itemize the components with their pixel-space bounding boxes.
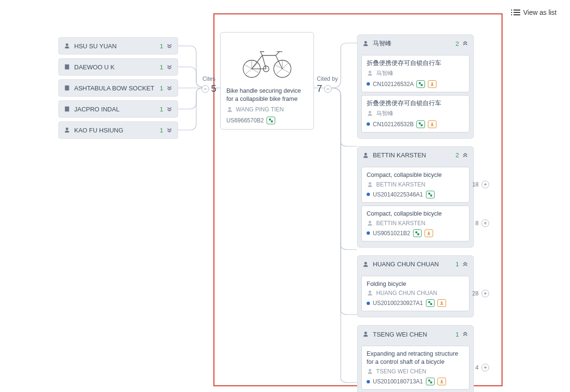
view-as-list-button[interactable]: View as list [514, 9, 557, 16]
building-icon [64, 64, 70, 70]
group-count: 1 [456, 331, 459, 338]
focus-patent-card[interactable]: Bike handle securing device for a collap… [220, 32, 314, 130]
patent-card[interactable]: Folding bicycle HUANG CHUN CHUAN US20100… [361, 276, 469, 312]
cites-group[interactable]: KAO FU HSIUNG 1 [58, 121, 178, 139]
expand-group-button[interactable] [166, 106, 173, 112]
expand-group-button[interactable] [166, 127, 173, 133]
cited-by-group: HUANG CHUN CHUAN 1 Folding bicycle HUANG… [357, 255, 474, 318]
download-badge-icon[interactable] [428, 120, 436, 128]
cited-by-count: 7 [317, 83, 322, 94]
patent-inventor: BETTIN KARSTEN [367, 220, 464, 227]
group-count: 1 [456, 261, 459, 268]
patent-pubnumber: US20100180713A1 [373, 378, 423, 385]
family-badge-icon[interactable] [413, 229, 422, 237]
patent-pubnumber: CN102126532A [373, 81, 414, 87]
list-icon [514, 10, 520, 15]
patent-pubnumber: CN102126532B [373, 121, 414, 128]
cites-group[interactable]: ASHTABULA BOW SOCKET 1 [58, 79, 178, 97]
person-icon [367, 110, 373, 117]
chevron-down-icon [166, 64, 173, 70]
cites-group[interactable]: JACPRO INDAL 1 [58, 100, 178, 118]
family-badge-icon[interactable] [426, 191, 435, 198]
forward-citations: 18 + [472, 181, 489, 188]
cites-label: Cites [201, 76, 216, 82]
expand-forward-citations-button[interactable]: + [481, 290, 489, 297]
expand-group-button[interactable] [166, 64, 173, 70]
download-badge-icon[interactable] [428, 80, 436, 88]
patent-title: 折叠便携便存可自锁自行车 [367, 99, 464, 108]
group-count: 1 [160, 127, 163, 134]
status-dot-icon [367, 82, 370, 86]
view-as-list-label: View as list [523, 9, 557, 16]
download-badge-icon[interactable] [425, 229, 433, 237]
group-header[interactable]: 马智峰 2 [358, 35, 473, 52]
chevron-down-icon [166, 43, 173, 49]
status-dot-icon [367, 380, 370, 383]
person-icon [362, 331, 369, 338]
patent-title: Expanding and retracting structure for a… [367, 350, 464, 366]
patent-inventor: BETTIN KARSTEN [367, 181, 464, 188]
family-badge-icon[interactable] [267, 117, 275, 124]
cites-group[interactable]: DAEWOO U K 1 [58, 58, 178, 76]
forward-citations: 8 + [475, 219, 489, 227]
expand-group-button[interactable] [166, 43, 173, 49]
family-badge-icon[interactable] [416, 80, 425, 88]
patent-pubnumber: US20100230927A1 [373, 300, 423, 306]
collapse-group-button[interactable] [462, 331, 469, 338]
patent-inventor: TSENG WEI CHEN [367, 368, 464, 375]
group-count: 1 [160, 85, 163, 92]
patent-card[interactable]: Compact, collapsible bicycle BETTIN KARS… [361, 167, 469, 203]
expand-forward-citations-button[interactable]: + [481, 364, 489, 371]
group-header[interactable]: TSENG WEI CHEN 1 [358, 326, 473, 343]
chevron-down-icon [166, 127, 173, 133]
patent-pubnumber: US9051021B2 [373, 230, 410, 237]
expand-forward-citations-button[interactable]: + [481, 181, 489, 188]
status-dot-icon [367, 231, 370, 235]
cites-column: HSU SU YUAN 1 DAEWOO U K 1 ASHTABULA BOW… [58, 37, 178, 142]
collapse-cites-button[interactable]: − [201, 85, 209, 93]
person-icon [367, 181, 373, 188]
person-icon [367, 70, 373, 76]
patent-title: Folding bicycle [367, 280, 464, 288]
collapse-cited-by-button[interactable]: − [324, 85, 332, 93]
family-badge-icon[interactable] [426, 299, 435, 307]
person-icon [362, 261, 369, 268]
collapse-group-button[interactable] [462, 40, 469, 47]
group-header[interactable]: BETTIN KARSTEN 2 [358, 147, 473, 164]
patent-card[interactable]: Compact, collapsible bicycle BETTIN KARS… [361, 206, 469, 241]
patent-pubnumber-row: CN102126532A [367, 80, 464, 88]
group-name: ASHTABULA BOW SOCKET [74, 85, 154, 92]
patent-card[interactable]: 折叠便携便存可自锁自行车 马智峰 CN102126532B [361, 95, 469, 132]
group-name: TSENG WEI CHEN [373, 331, 427, 338]
focus-patent-inventor: WANG PING TIEN [226, 106, 308, 113]
family-badge-icon[interactable] [416, 120, 425, 128]
expand-forward-citations-button[interactable]: + [481, 219, 489, 227]
group-name: KAO FU HSIUNG [74, 127, 123, 134]
group-header[interactable]: HUANG CHUN CHUAN 1 [358, 256, 473, 273]
patent-card[interactable]: Expanding and retracting structure for a… [361, 346, 469, 390]
download-badge-icon[interactable] [437, 378, 446, 385]
cited-by-group: 马智峰 2 折叠便携便存可自锁自行车 马智峰 CN102126532A [357, 34, 474, 139]
group-name: JACPRO INDAL [74, 106, 120, 113]
collapse-group-button[interactable] [462, 152, 469, 159]
focus-patent-pubnumber: US6966570B2 [226, 117, 264, 124]
status-dot-icon [367, 193, 370, 196]
patent-title: 折叠便携便存可自锁自行车 [367, 59, 464, 67]
download-badge-icon[interactable] [437, 299, 446, 307]
expand-group-button[interactable] [166, 85, 173, 91]
patent-title: Compact, collapsible bicycle [367, 171, 464, 179]
patent-pubnumber: US20140225346A1 [373, 191, 423, 198]
focus-patent-title: Bike handle securing device for a collap… [226, 87, 308, 103]
chevron-up-icon [462, 152, 469, 159]
family-badge-icon[interactable] [426, 378, 435, 385]
person-icon [362, 152, 369, 159]
chevron-down-icon [166, 85, 173, 91]
patent-drawing-bicycle [238, 42, 296, 80]
building-icon [64, 85, 70, 91]
status-dot-icon [367, 302, 370, 305]
patent-pubnumber-row: US20100180713A1 [367, 378, 464, 385]
patent-inventor: 马智峰 [367, 109, 464, 118]
cites-group[interactable]: HSU SU YUAN 1 [58, 37, 178, 54]
patent-card[interactable]: 折叠便携便存可自锁自行车 马智峰 CN102126532A [361, 55, 469, 92]
collapse-group-button[interactable] [462, 261, 469, 268]
